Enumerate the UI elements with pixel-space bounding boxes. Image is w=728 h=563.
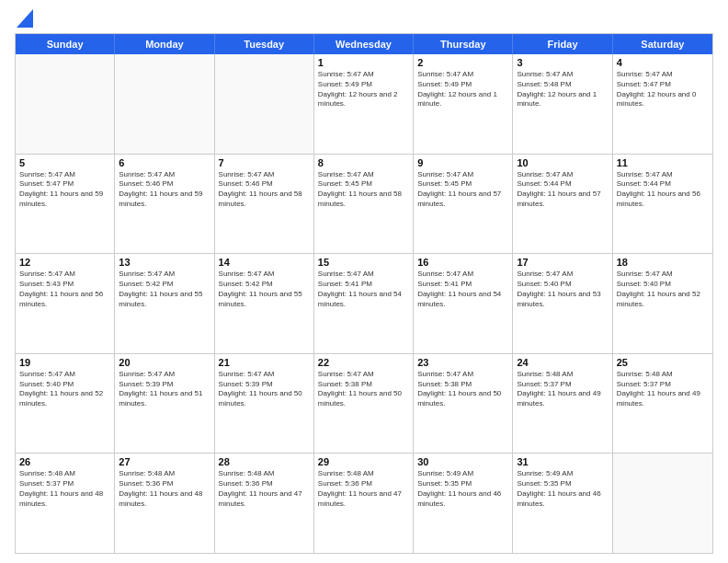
cell-info: Sunrise: 5:47 AMSunset: 5:46 PMDaylight:… [119, 170, 210, 210]
day-number: 7 [219, 157, 310, 168]
calendar-cell: 9Sunrise: 5:47 AMSunset: 5:45 PMDaylight… [414, 155, 513, 254]
day-number: 15 [318, 257, 409, 268]
calendar-cell: 20Sunrise: 5:47 AMSunset: 5:39 PMDayligh… [115, 354, 214, 454]
day-number: 26 [19, 456, 110, 467]
calendar-cell: 8Sunrise: 5:47 AMSunset: 5:45 PMDaylight… [314, 155, 414, 254]
calendar-cell: 18Sunrise: 5:47 AMSunset: 5:40 PMDayligh… [613, 254, 712, 353]
calendar-cell [16, 54, 115, 154]
cell-info: Sunrise: 5:47 AMSunset: 5:38 PMDaylight:… [318, 370, 409, 409]
calendar-cell: 28Sunrise: 5:48 AMSunset: 5:36 PMDayligh… [215, 454, 314, 553]
day-number: 14 [219, 257, 310, 268]
calendar-cell: 13Sunrise: 5:47 AMSunset: 5:42 PMDayligh… [115, 254, 214, 353]
cell-info: Sunrise: 5:47 AMSunset: 5:49 PMDaylight:… [417, 70, 508, 109]
cell-info: Sunrise: 5:49 AMSunset: 5:35 PMDaylight:… [517, 469, 608, 509]
day-number: 29 [318, 456, 409, 467]
day-number: 23 [417, 357, 508, 368]
cell-info: Sunrise: 5:47 AMSunset: 5:45 PMDaylight:… [417, 170, 508, 210]
calendar-cell: 6Sunrise: 5:47 AMSunset: 5:46 PMDaylight… [115, 155, 214, 254]
calendar-header-friday: Friday [513, 34, 612, 54]
cell-info: Sunrise: 5:47 AMSunset: 5:40 PMDaylight:… [617, 270, 709, 309]
day-number: 2 [417, 57, 508, 68]
day-number: 31 [517, 456, 608, 467]
calendar-cell: 25Sunrise: 5:48 AMSunset: 5:37 PMDayligh… [613, 354, 712, 454]
cell-info: Sunrise: 5:47 AMSunset: 5:47 PMDaylight:… [19, 170, 110, 210]
calendar-cell: 16Sunrise: 5:47 AMSunset: 5:41 PMDayligh… [414, 254, 513, 353]
cell-info: Sunrise: 5:47 AMSunset: 5:45 PMDaylight:… [318, 170, 409, 210]
day-number: 18 [617, 257, 709, 268]
header [15, 9, 713, 28]
logo-icon [17, 9, 33, 28]
calendar-cell: 3Sunrise: 5:47 AMSunset: 5:48 PMDaylight… [513, 54, 612, 154]
cell-info: Sunrise: 5:47 AMSunset: 5:44 PMDaylight:… [517, 170, 608, 210]
calendar-header-saturday: Saturday [613, 34, 712, 54]
cell-info: Sunrise: 5:48 AMSunset: 5:36 PMDaylight:… [219, 469, 310, 509]
day-number: 30 [417, 456, 508, 467]
cell-info: Sunrise: 5:48 AMSunset: 5:36 PMDaylight:… [318, 469, 409, 509]
calendar-cell [115, 54, 214, 154]
page: SundayMondayTuesdayWednesdayThursdayFrid… [0, 0, 728, 563]
calendar-week-1: 1Sunrise: 5:47 AMSunset: 5:49 PMDaylight… [16, 54, 712, 154]
cell-info: Sunrise: 5:47 AMSunset: 5:42 PMDaylight:… [219, 270, 310, 309]
day-number: 21 [219, 357, 310, 368]
calendar-cell: 26Sunrise: 5:48 AMSunset: 5:37 PMDayligh… [16, 454, 115, 553]
svg-marker-0 [17, 9, 33, 28]
day-number: 19 [19, 357, 110, 368]
cell-info: Sunrise: 5:48 AMSunset: 5:37 PMDaylight:… [617, 370, 709, 409]
cell-info: Sunrise: 5:48 AMSunset: 5:37 PMDaylight:… [517, 370, 608, 409]
day-number: 6 [119, 157, 210, 168]
calendar-week-2: 5Sunrise: 5:47 AMSunset: 5:47 PMDaylight… [16, 154, 712, 254]
calendar-cell: 27Sunrise: 5:48 AMSunset: 5:36 PMDayligh… [115, 454, 214, 553]
day-number: 5 [19, 157, 110, 168]
day-number: 1 [318, 57, 409, 68]
calendar-cell: 7Sunrise: 5:47 AMSunset: 5:46 PMDaylight… [215, 155, 314, 254]
calendar-cell [215, 54, 314, 154]
calendar-header-monday: Monday [115, 34, 214, 54]
cell-info: Sunrise: 5:47 AMSunset: 5:39 PMDaylight:… [219, 370, 310, 409]
calendar-week-5: 26Sunrise: 5:48 AMSunset: 5:37 PMDayligh… [16, 453, 712, 553]
calendar-cell: 11Sunrise: 5:47 AMSunset: 5:44 PMDayligh… [613, 155, 712, 254]
day-number: 17 [517, 257, 608, 268]
cell-info: Sunrise: 5:48 AMSunset: 5:36 PMDaylight:… [119, 469, 210, 509]
cell-info: Sunrise: 5:47 AMSunset: 5:47 PMDaylight:… [617, 70, 709, 109]
calendar-cell: 14Sunrise: 5:47 AMSunset: 5:42 PMDayligh… [215, 254, 314, 353]
day-number: 27 [119, 456, 210, 467]
calendar-cell: 24Sunrise: 5:48 AMSunset: 5:37 PMDayligh… [513, 354, 612, 454]
calendar-body: 1Sunrise: 5:47 AMSunset: 5:49 PMDaylight… [16, 54, 712, 553]
calendar-cell: 29Sunrise: 5:48 AMSunset: 5:36 PMDayligh… [314, 454, 414, 553]
calendar-cell: 2Sunrise: 5:47 AMSunset: 5:49 PMDaylight… [414, 54, 513, 154]
cell-info: Sunrise: 5:47 AMSunset: 5:41 PMDaylight:… [417, 270, 508, 309]
day-number: 3 [517, 57, 608, 68]
cell-info: Sunrise: 5:47 AMSunset: 5:44 PMDaylight:… [617, 170, 709, 210]
calendar-cell: 10Sunrise: 5:47 AMSunset: 5:44 PMDayligh… [513, 155, 612, 254]
cell-info: Sunrise: 5:47 AMSunset: 5:48 PMDaylight:… [517, 70, 608, 109]
calendar-cell [613, 454, 712, 553]
cell-info: Sunrise: 5:47 AMSunset: 5:39 PMDaylight:… [119, 370, 210, 409]
calendar-header-tuesday: Tuesday [215, 34, 314, 54]
day-number: 16 [417, 257, 508, 268]
day-number: 13 [119, 257, 210, 268]
day-number: 24 [517, 357, 608, 368]
cell-info: Sunrise: 5:47 AMSunset: 5:40 PMDaylight:… [517, 270, 608, 309]
cell-info: Sunrise: 5:48 AMSunset: 5:37 PMDaylight:… [19, 469, 110, 509]
calendar-header: SundayMondayTuesdayWednesdayThursdayFrid… [16, 34, 712, 54]
calendar-cell: 12Sunrise: 5:47 AMSunset: 5:43 PMDayligh… [16, 254, 115, 353]
calendar-cell: 5Sunrise: 5:47 AMSunset: 5:47 PMDaylight… [16, 155, 115, 254]
day-number: 20 [119, 357, 210, 368]
day-number: 25 [617, 357, 709, 368]
day-number: 9 [417, 157, 508, 168]
day-number: 22 [318, 357, 409, 368]
calendar-cell: 4Sunrise: 5:47 AMSunset: 5:47 PMDaylight… [613, 54, 712, 154]
calendar: SundayMondayTuesdayWednesdayThursdayFrid… [15, 33, 713, 554]
calendar-cell: 19Sunrise: 5:47 AMSunset: 5:40 PMDayligh… [16, 354, 115, 454]
calendar-header-wednesday: Wednesday [314, 34, 414, 54]
calendar-header-thursday: Thursday [414, 34, 513, 54]
cell-info: Sunrise: 5:47 AMSunset: 5:46 PMDaylight:… [219, 170, 310, 210]
calendar-week-4: 19Sunrise: 5:47 AMSunset: 5:40 PMDayligh… [16, 353, 712, 454]
calendar-cell: 22Sunrise: 5:47 AMSunset: 5:38 PMDayligh… [314, 354, 414, 454]
cell-info: Sunrise: 5:47 AMSunset: 5:42 PMDaylight:… [119, 270, 210, 309]
calendar-cell: 30Sunrise: 5:49 AMSunset: 5:35 PMDayligh… [414, 454, 513, 553]
calendar-cell: 17Sunrise: 5:47 AMSunset: 5:40 PMDayligh… [513, 254, 612, 353]
day-number: 12 [19, 257, 110, 268]
day-number: 28 [219, 456, 310, 467]
cell-info: Sunrise: 5:47 AMSunset: 5:43 PMDaylight:… [19, 270, 110, 309]
